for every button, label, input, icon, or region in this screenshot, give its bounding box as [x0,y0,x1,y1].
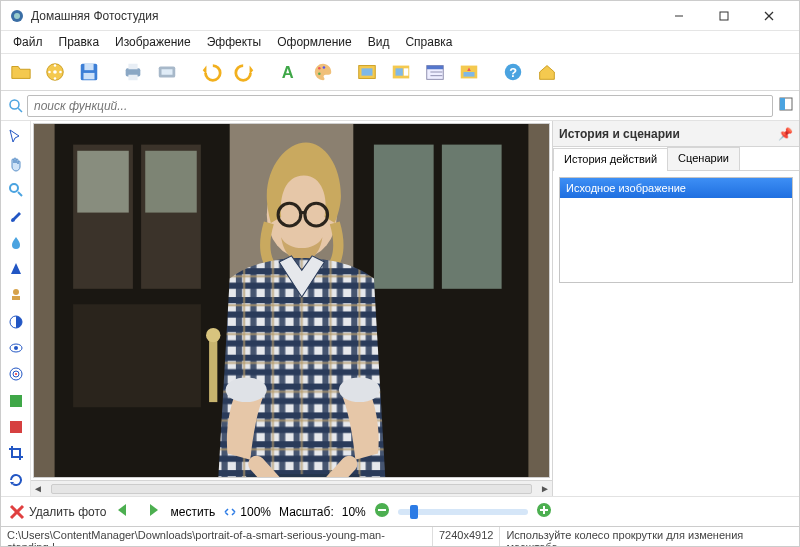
shape-tool-icon[interactable] [5,259,27,279]
frame-icon[interactable] [351,56,383,88]
film-icon[interactable] [39,56,71,88]
actual-size-icon [223,505,237,519]
undo-icon[interactable] [195,56,227,88]
tab-scenarios[interactable]: Сценарии [667,147,740,170]
contrast-tool-icon[interactable] [5,312,27,332]
panel-tabs: История действий Сценарии [553,147,799,171]
svg-rect-16 [128,64,137,70]
panel-header: История и сценарии 📌 [553,121,799,147]
zoom-value: 10% [342,505,366,519]
zoom-tool-icon[interactable] [5,180,27,200]
home-icon[interactable] [531,56,563,88]
image-canvas[interactable] [33,123,550,478]
text-icon[interactable]: A [273,56,305,88]
svg-point-50 [15,373,17,375]
svg-rect-3 [720,12,728,20]
history-item[interactable]: Исходное изображение [560,178,792,198]
main-area: ◄ ► История и сценарии 📌 История действи… [1,121,799,496]
svg-point-7 [53,70,57,74]
close-button[interactable] [746,1,791,30]
help-icon[interactable]: ? [497,56,529,88]
fit-label[interactable]: местить [170,505,215,519]
drop-tool-icon[interactable] [5,232,27,252]
panel-toggle-icon[interactable] [779,97,793,115]
next-button[interactable] [142,502,162,521]
svg-rect-87 [543,506,545,514]
zoom-in-button[interactable] [536,502,552,521]
menu-file[interactable]: Файл [5,32,51,52]
svg-point-23 [323,66,326,69]
status-bar: C:\Users\ContentManager\Downloads\portra… [1,526,799,546]
menu-image[interactable]: Изображение [107,32,199,52]
tab-history[interactable]: История действий [553,148,668,171]
right-panel: История и сценарии 📌 История действий Сц… [552,121,799,496]
open-icon[interactable] [5,56,37,88]
svg-rect-44 [12,296,20,300]
svg-rect-51 [10,395,22,407]
status-path: C:\Users\ContentManager\Downloads\portra… [1,527,433,546]
minimize-button[interactable] [656,1,701,30]
target-tool-icon[interactable] [5,364,27,384]
svg-rect-52 [10,421,22,433]
menu-effects[interactable]: Эффекты [199,32,270,52]
crop-tool-icon[interactable] [5,443,27,463]
actual-size-button[interactable]: 100% [223,505,271,519]
svg-rect-14 [84,73,95,79]
svg-rect-17 [128,75,137,81]
zoom-out-button[interactable] [374,502,390,521]
search-row [1,91,799,121]
panel-title: История и сценарии [559,127,680,141]
hand-tool-icon[interactable] [5,153,27,173]
zoom-slider[interactable] [398,509,528,515]
prev-button[interactable] [114,502,134,521]
canvas-area: ◄ ► [31,121,552,496]
svg-rect-19 [162,69,173,75]
eye-tool-icon[interactable] [5,338,27,358]
pointer-tool-icon[interactable] [5,127,27,147]
collage-icon[interactable] [453,56,485,88]
svg-point-9 [59,71,62,74]
search-input[interactable] [27,95,773,117]
menu-edit[interactable]: Правка [51,32,108,52]
rotate-tool-icon[interactable] [5,470,27,490]
svg-rect-72 [209,340,217,402]
svg-point-1 [14,13,20,19]
zoom-label: Масштаб: [279,505,334,519]
palette-icon[interactable] [307,56,339,88]
redo-icon[interactable] [229,56,261,88]
scan-icon[interactable] [151,56,183,88]
svg-rect-70 [77,151,129,213]
svg-point-37 [10,100,19,109]
svg-rect-40 [780,98,785,110]
svg-point-73 [206,328,220,342]
calendar-icon[interactable] [419,56,451,88]
svg-rect-25 [362,68,373,75]
swatch-green-icon[interactable] [5,391,27,411]
scroll-left-icon[interactable]: ◄ [33,483,43,494]
menu-help[interactable]: Справка [397,32,460,52]
brush-tool-icon[interactable] [5,206,27,226]
svg-rect-71 [145,151,197,213]
svg-point-79 [339,377,380,402]
scroll-right-icon[interactable]: ► [540,483,550,494]
pin-icon[interactable]: 📌 [778,127,793,141]
zoom-slider-thumb[interactable] [410,505,418,519]
menu-view[interactable]: Вид [360,32,398,52]
postcard-icon[interactable] [385,56,417,88]
menu-decorate[interactable]: Оформление [269,32,359,52]
svg-point-78 [226,377,267,402]
svg-line-38 [18,108,22,112]
delete-photo-button[interactable]: Удалить фото [9,504,106,520]
status-hint: Используйте колесо прокрутки для изменен… [500,527,799,546]
delete-icon [9,504,25,520]
horizontal-scrollbar[interactable]: ◄ ► [31,480,552,496]
scroll-thumb[interactable] [51,484,532,494]
swatch-red-icon[interactable] [5,417,27,437]
save-icon[interactable] [73,56,105,88]
print-icon[interactable] [117,56,149,88]
menu-bar: Файл Правка Изображение Эффекты Оформлен… [1,31,799,53]
stamp-tool-icon[interactable] [5,285,27,305]
percent100-label: 100% [240,505,271,519]
svg-point-21 [318,67,321,70]
maximize-button[interactable] [701,1,746,30]
